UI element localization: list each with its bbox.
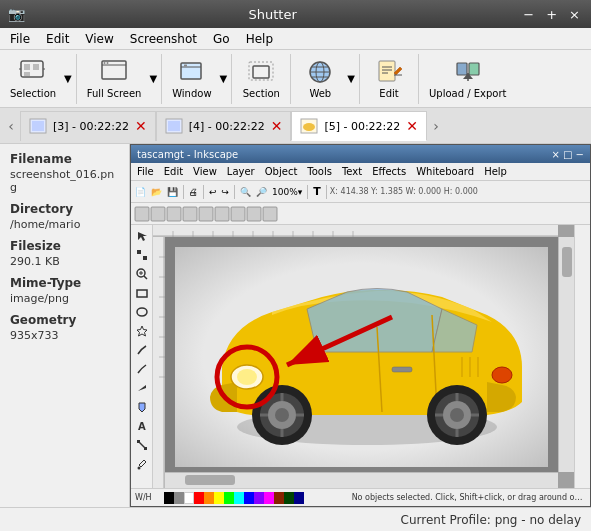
inner-menu-tools[interactable]: Tools	[303, 165, 336, 178]
canvas-scroll-area[interactable]	[165, 237, 558, 472]
section-label: Section	[243, 88, 280, 99]
tab-next-button[interactable]: ›	[427, 111, 445, 141]
tool-fill[interactable]	[133, 398, 151, 416]
tool-pencil[interactable]	[133, 341, 151, 359]
color-blue[interactable]	[244, 492, 254, 504]
tool-rect[interactable]	[133, 284, 151, 302]
tab-prev-button[interactable]: ‹	[2, 111, 20, 141]
tab-5[interactable]: [5] - 00:22:22 ✕	[291, 111, 427, 141]
color-gray[interactable]	[174, 492, 184, 504]
selection-dropdown[interactable]: ▼	[64, 73, 72, 84]
upload-label: Upload / Export	[429, 88, 507, 99]
tab3-close[interactable]: ✕	[135, 119, 147, 133]
inner-menu-layer[interactable]: Layer	[223, 165, 259, 178]
tool-dropper[interactable]	[133, 455, 151, 473]
tool-select[interactable]	[133, 227, 151, 245]
inner-menu-object[interactable]: Object	[261, 165, 302, 178]
svg-rect-43	[247, 207, 261, 221]
tool-ellipse[interactable]	[133, 303, 151, 321]
menu-edit[interactable]: Edit	[40, 30, 75, 48]
edit-button[interactable]: Edit	[364, 56, 414, 102]
inner-tool-zoom-in[interactable]: 🔍	[238, 186, 253, 198]
color-brown[interactable]	[274, 492, 284, 504]
color-darkgreen[interactable]	[284, 492, 294, 504]
inner-tool-new[interactable]: 📄	[133, 186, 148, 198]
color-black[interactable]	[164, 492, 174, 504]
tool-star[interactable]	[133, 322, 151, 340]
inner-close-btn[interactable]: × □ −	[551, 149, 584, 160]
inner-tool-print[interactable]: 🖨	[187, 186, 200, 198]
inner-tool-undo[interactable]: ↩	[207, 186, 219, 198]
inner-menu-view[interactable]: View	[189, 165, 221, 178]
color-purple[interactable]	[254, 492, 264, 504]
color-darkblue[interactable]	[294, 492, 304, 504]
svg-rect-58	[144, 447, 147, 450]
web-dropdown[interactable]: ▼	[347, 73, 355, 84]
fullscreen-dropdown[interactable]: ▼	[149, 73, 157, 84]
inner-tool-redo[interactable]: ↪	[220, 186, 232, 198]
color-orange[interactable]	[204, 492, 214, 504]
ruler-top	[153, 225, 558, 237]
inner-tool-zoom-out[interactable]: 🔎	[254, 186, 269, 198]
scrollbar-thumb-v[interactable]	[562, 247, 572, 277]
color-white[interactable]	[184, 492, 194, 504]
menu-view[interactable]: View	[79, 30, 119, 48]
inner-statusbar: W/H No obje	[131, 488, 590, 506]
scrollbar-horizontal[interactable]	[165, 472, 558, 488]
main-area: Filename screenshot_016.png Directory /h…	[0, 144, 591, 507]
tool-calligraphy[interactable]	[133, 379, 151, 397]
tool-text[interactable]: A	[133, 417, 151, 435]
inner-menu-file[interactable]: File	[133, 165, 158, 178]
svg-rect-47	[143, 256, 147, 260]
inner-left-tools: A	[131, 225, 153, 488]
selection-button[interactable]: Selection	[4, 56, 62, 102]
color-palette[interactable]	[164, 492, 344, 504]
tab4-close[interactable]: ✕	[271, 119, 283, 133]
tool-connector[interactable]	[133, 436, 151, 454]
color-magenta[interactable]	[264, 492, 274, 504]
menu-screenshot[interactable]: Screenshot	[124, 30, 203, 48]
inner-menu-effects[interactable]: Effects	[368, 165, 410, 178]
tool-pen[interactable]	[133, 360, 151, 378]
section-button[interactable]: Section	[236, 56, 286, 102]
menu-help[interactable]: Help	[240, 30, 279, 48]
color-cyan[interactable]	[234, 492, 244, 504]
close-button[interactable]: ×	[566, 7, 583, 22]
color-red[interactable]	[194, 492, 204, 504]
svg-rect-37	[151, 207, 165, 221]
web-button[interactable]: Web	[295, 56, 345, 102]
color-green[interactable]	[224, 492, 234, 504]
scrollbar-thumb-h[interactable]	[185, 475, 235, 485]
svg-point-9	[107, 62, 109, 64]
tool-node[interactable]	[133, 246, 151, 264]
inner-tool-t[interactable]: T	[311, 184, 323, 199]
svg-line-49	[144, 276, 147, 279]
fullscreen-button[interactable]: Full Screen	[81, 56, 148, 102]
maximize-button[interactable]: +	[543, 7, 560, 22]
upload-button[interactable]: Upload / Export	[423, 56, 513, 102]
tab5-close[interactable]: ✕	[406, 119, 418, 133]
menu-go[interactable]: Go	[207, 30, 236, 48]
tab-4[interactable]: [4] - 00:22:22 ✕	[156, 111, 292, 141]
canvas-white	[175, 247, 548, 467]
titlebar: 📷 Shutter − + ×	[0, 0, 591, 28]
tool-zoom[interactable]	[133, 265, 151, 283]
svg-rect-46	[137, 250, 141, 254]
svg-rect-1	[24, 64, 30, 70]
inner-menu-whiteboard[interactable]: Whiteboard	[412, 165, 478, 178]
window-label: Window	[172, 88, 211, 99]
selection-icon	[19, 59, 47, 85]
tab-3[interactable]: [3] - 00:22:22 ✕	[20, 111, 156, 141]
inner-menu-text[interactable]: Text	[338, 165, 366, 178]
inner-tool-open[interactable]: 📂	[149, 186, 164, 198]
menu-file[interactable]: File	[4, 30, 36, 48]
scrollbar-vertical[interactable]	[558, 237, 574, 472]
minimize-button[interactable]: −	[520, 7, 537, 22]
inner-tool-save[interactable]: 💾	[165, 186, 180, 198]
window-button[interactable]: Window	[166, 56, 217, 102]
inner-menu-edit[interactable]: Edit	[160, 165, 187, 178]
color-yellow[interactable]	[214, 492, 224, 504]
status-text: Current Profile: png - no delay	[401, 513, 581, 527]
window-dropdown[interactable]: ▼	[220, 73, 228, 84]
inner-menu-help[interactable]: Help	[480, 165, 511, 178]
